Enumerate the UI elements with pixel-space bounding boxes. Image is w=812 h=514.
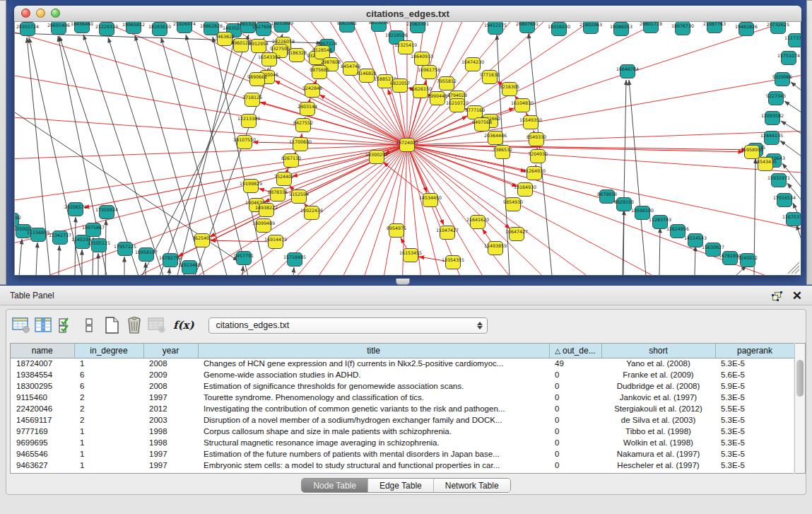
graph-node[interactable]: 8878334	[268, 188, 288, 201]
graph-node[interactable]: 15718485	[283, 253, 306, 267]
graph-node[interactable]: 7386532	[493, 146, 512, 159]
graph-node[interactable]: 12325419	[394, 41, 417, 54]
graph-node[interactable]: 7204930	[528, 150, 548, 163]
splitter-handle[interactable]	[396, 279, 410, 285]
graph-node[interactable]: 21229313	[95, 23, 118, 36]
graph-node[interactable]: 18640910	[411, 52, 433, 66]
graph-node[interactable]: 8186328	[287, 49, 307, 62]
graph-node[interactable]: 19412175	[484, 22, 507, 35]
tab-network-table[interactable]: Network Table	[434, 479, 510, 492]
graph-node[interactable]: 8128546	[312, 46, 332, 59]
table-row[interactable]: 977716911998Corpus callosum shape and si…	[11, 426, 794, 437]
graph-node[interactable]: 9242848	[302, 84, 322, 98]
network-canvas[interactable]: 2035572420691406184364602122931319965812…	[14, 22, 801, 275]
graph-node[interactable]: 19481826	[735, 23, 758, 36]
graph-node[interactable]: 8061061	[337, 22, 357, 33]
graph-node[interactable]: 20364486	[484, 132, 507, 145]
close-icon[interactable]: ✕	[792, 290, 802, 302]
graph-node[interactable]: 9329966	[772, 73, 792, 86]
graph-node[interactable]: 20691406	[47, 22, 70, 35]
graph-node[interactable]: 6822057	[390, 79, 410, 93]
table-row[interactable]: 946362711997Embryonic stem cells: a mode…	[11, 460, 794, 471]
graph-node[interactable]: 8427552	[293, 119, 313, 132]
graph-node[interactable]: 20732625	[767, 22, 789, 34]
window-resize-grip[interactable]	[788, 262, 799, 274]
column-header-pagerank[interactable]: pagerank	[715, 344, 794, 358]
function-builder-icon[interactable]: f(x)	[173, 319, 194, 332]
graph-node[interactable]: 9854930	[503, 198, 523, 211]
table-row[interactable]: 969969511998Structural magnetic resonanc…	[11, 437, 794, 448]
table-row[interactable]: 1938455462009Genome-wide association stu…	[11, 369, 794, 380]
graph-node[interactable]: 17359924	[95, 206, 118, 219]
new-document-icon[interactable]	[101, 315, 122, 336]
graph-node[interactable]: 2803144	[298, 103, 317, 116]
select-all-icon[interactable]	[56, 315, 77, 336]
graph-node[interactable]: 10958107	[135, 248, 158, 262]
float-windows-icon[interactable]	[772, 291, 782, 301]
column-header-year[interactable]: year	[143, 344, 198, 358]
graph-node[interactable]: 13505115	[88, 239, 110, 252]
graph-node[interactable]: 18976730	[671, 22, 694, 35]
graph-node[interactable]: 12342737	[49, 231, 71, 245]
column-header-name[interactable]: name	[11, 344, 74, 358]
table-row[interactable]: 1872400712008Changes of HCN gene express…	[11, 358, 794, 369]
graph-node[interactable]: 21802063	[579, 22, 602, 34]
graph-node[interactable]: 8960128	[231, 39, 251, 52]
graph-node[interactable]: 10647427	[505, 228, 528, 241]
graph-node[interactable]: 8267130	[281, 154, 301, 168]
graph-node[interactable]: 9771630	[480, 71, 500, 84]
graph-node[interactable]: 14534450	[419, 194, 442, 207]
graph-node[interactable]: 18436460	[71, 22, 93, 33]
graph-node[interactable]: 21641620	[466, 216, 489, 229]
graph-node[interactable]: 12213389	[237, 115, 260, 128]
graph-node[interactable]: 19965812	[122, 22, 145, 34]
graph-node[interactable]: 18316030	[548, 23, 570, 36]
tab-edge-table[interactable]: Edge Table	[368, 479, 434, 492]
graph-node[interactable]: 21926974	[173, 22, 196, 33]
close-window-button[interactable]	[21, 8, 30, 18]
graph-node[interactable]: 13354355	[442, 256, 464, 269]
graph-node[interactable]: 10474230	[461, 58, 484, 71]
minimize-window-button[interactable]	[36, 8, 45, 18]
graph-node[interactable]: 10975867	[82, 223, 105, 237]
graph-node[interactable]: 19086053	[610, 23, 632, 36]
graph-node[interactable]: 15549350	[519, 116, 542, 129]
clear-selection-icon[interactable]	[78, 315, 100, 336]
graph-node[interactable]: 10022436	[300, 206, 323, 220]
graph-node[interactable]: 16961758	[418, 66, 440, 79]
graph-node[interactable]: 2718126	[242, 93, 262, 107]
graph-node[interactable]: 7524402	[274, 173, 294, 186]
scrollbar-thumb[interactable]	[796, 360, 804, 397]
graph-node[interactable]: 16543382	[258, 53, 281, 66]
graph-node[interactable]: 15751074	[777, 52, 800, 65]
network-selector-combobox[interactable]: citations_edges.txt	[208, 317, 488, 334]
graph-node[interactable]: 12444135	[760, 132, 783, 145]
graph-node[interactable]: 8912954	[249, 40, 269, 53]
graph-node[interactable]: 11675316	[782, 213, 801, 226]
graph-node[interactable]: 15932971	[767, 174, 790, 187]
graph-node[interactable]: 17016534	[773, 194, 796, 207]
graph-node[interactable]: 9457791	[234, 252, 254, 265]
graph-node[interactable]: 13164930	[514, 183, 536, 197]
graph-node[interactable]: 11173717	[784, 34, 801, 47]
graph-node[interactable]: 17957225	[114, 243, 136, 256]
graph-node[interactable]: 7625402	[192, 234, 212, 247]
tab-node-table[interactable]: Node Table	[302, 479, 368, 492]
graph-node[interactable]: 12093582	[761, 112, 784, 125]
column-header-out-de-[interactable]: △out_de...	[549, 344, 601, 358]
select-columns-icon[interactable]	[33, 315, 54, 336]
graph-node[interactable]: 9890662	[247, 73, 267, 86]
graph-node[interactable]: 11047427	[436, 226, 459, 240]
graph-node[interactable]: 20801718	[640, 22, 662, 33]
graph-node[interactable]: 22063301	[406, 22, 429, 33]
column-header-in-degree[interactable]: in_degree	[74, 344, 143, 358]
table-row[interactable]: 2242004622012Investigating the contribut…	[11, 403, 794, 414]
column-header-short[interactable]: short	[601, 344, 715, 358]
graph-node[interactable]: 9227343	[766, 92, 786, 105]
graph-node[interactable]: 9152594	[289, 190, 309, 204]
graph-node[interactable]: 20206576	[64, 203, 87, 216]
table-row[interactable]: 946554611997Estimation of the future num…	[11, 448, 794, 460]
graph-node[interactable]: 21087763	[703, 22, 726, 33]
graph-node[interactable]: 20807691	[516, 22, 539, 33]
table-row[interactable]: 1830029562008Estimation of significance …	[11, 380, 794, 392]
